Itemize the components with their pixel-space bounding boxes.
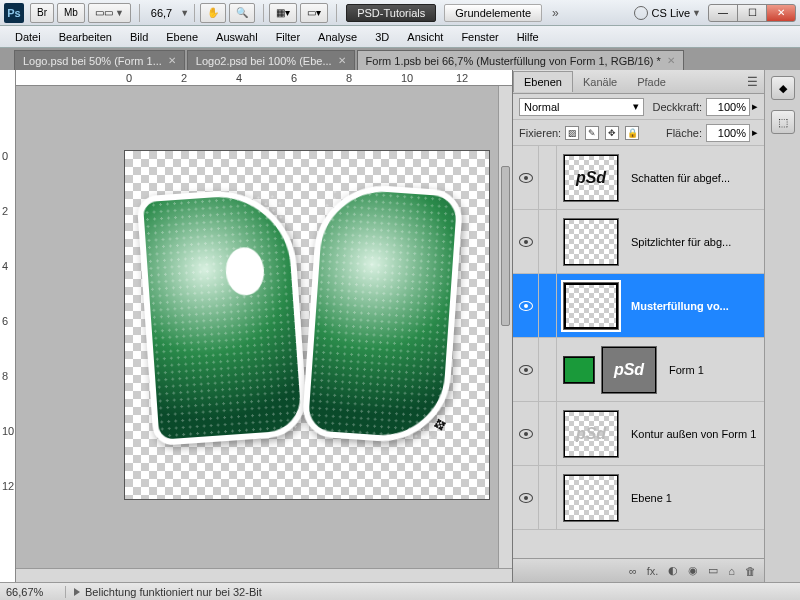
minimize-button[interactable]: — (708, 4, 738, 22)
lock-pixels-icon[interactable]: ✎ (585, 126, 599, 140)
layer-row[interactable]: pSd Form 1 (513, 338, 764, 402)
menu-hilfe[interactable]: Hilfe (508, 28, 548, 46)
visibility-toggle[interactable] (513, 466, 539, 529)
canvas[interactable]: ✥ (16, 86, 512, 582)
vertical-ruler[interactable]: 0 2 4 6 8 10 12 (0, 70, 16, 582)
layer-row[interactable]: Ebene 1 (513, 466, 764, 530)
mask-icon[interactable]: ◐ (668, 564, 678, 577)
window-controls: — ☐ ✕ (709, 4, 796, 22)
status-bar: 66,67% Belichtung funktioniert nur bei 3… (0, 582, 800, 600)
menu-ansicht[interactable]: Ansicht (398, 28, 452, 46)
hand-tool-button[interactable]: ✋ (200, 3, 226, 23)
zoom-tool-button[interactable]: 🔍 (229, 3, 255, 23)
layer-name[interactable]: Spitzlichter für abg... (625, 236, 731, 248)
document-tab-active[interactable]: Form 1.psb bei 66,7% (Musterfüllung von … (357, 50, 684, 70)
dock-icon-2[interactable]: ⬚ (771, 110, 795, 134)
visibility-toggle[interactable] (513, 210, 539, 273)
screenmode2-button[interactable]: ▭▾ (300, 3, 328, 23)
menu-bearbeiten[interactable]: Bearbeiten (50, 28, 121, 46)
new-layer-icon[interactable]: ⌂ (728, 565, 735, 577)
layer-row-selected[interactable]: Musterfüllung vo... (513, 274, 764, 338)
screen-mode-button[interactable]: ▭▭▼ (88, 3, 131, 23)
fill-field[interactable]: 100% (706, 124, 750, 142)
layers-list: pSd Schatten für abgef... Spitzlichter f… (513, 146, 764, 558)
workspace-grundelemente[interactable]: Grundelemente (444, 4, 542, 22)
layer-name[interactable]: Ebene 1 (625, 492, 672, 504)
visibility-toggle[interactable] (513, 338, 539, 401)
lock-all-icon[interactable]: 🔒 (625, 126, 639, 140)
tab-title: Logo2.psd bei 100% (Ebe... (196, 55, 332, 67)
menu-ebene[interactable]: Ebene (157, 28, 207, 46)
opacity-field[interactable]: 100% (706, 98, 750, 116)
layer-row[interactable]: pSd Schatten für abgef... (513, 146, 764, 210)
layer-row[interactable]: pSd Kontur außen von Form 1 (513, 402, 764, 466)
link-layers-icon[interactable]: ∞ (629, 565, 637, 577)
blend-mode-select[interactable]: Normal▾ (519, 98, 644, 116)
layer-row[interactable]: Spitzlichter für abg... (513, 210, 764, 274)
close-tab-icon[interactable]: ✕ (338, 55, 346, 66)
fx-icon[interactable]: fx. (647, 565, 659, 577)
vertical-scrollbar[interactable] (498, 86, 512, 582)
group-icon[interactable]: ▭ (708, 564, 718, 577)
zoom-value[interactable]: 66,7 (145, 7, 178, 19)
eye-icon (519, 301, 533, 311)
maximize-button[interactable]: ☐ (737, 4, 767, 22)
delete-layer-icon[interactable]: 🗑 (745, 565, 756, 577)
document-tab[interactable]: Logo.psd bei 50% (Form 1...✕ (14, 50, 185, 70)
lock-transparency-icon[interactable]: ▨ (565, 126, 579, 140)
panel-tab-kanaele[interactable]: Kanäle (573, 72, 627, 92)
visibility-toggle[interactable] (513, 402, 539, 465)
horizontal-ruler[interactable]: 0 2 4 6 8 10 12 (16, 70, 512, 86)
layer-thumbnail[interactable] (563, 282, 619, 330)
scrollbar-thumb[interactable] (501, 166, 510, 326)
document-canvas[interactable]: ✥ (124, 150, 490, 500)
panel-menu-icon[interactable]: ☰ (747, 75, 758, 89)
document-tab-strip: Logo.psd bei 50% (Form 1...✕ Logo2.psd b… (0, 48, 800, 70)
cs-live-icon (634, 6, 648, 20)
layer-thumbnail[interactable]: pSd (563, 154, 619, 202)
menu-3d[interactable]: 3D (366, 28, 398, 46)
lock-position-icon[interactable]: ✥ (605, 126, 619, 140)
menu-datei[interactable]: Datei (6, 28, 50, 46)
menu-analyse[interactable]: Analyse (309, 28, 366, 46)
cs-live[interactable]: CS Live▼ (634, 6, 701, 20)
eye-icon (519, 173, 533, 183)
status-info[interactable]: Belichtung funktioniert nur bei 32-Bit (66, 586, 262, 598)
workspace-psd-tutorials[interactable]: PSD-Tutorials (346, 4, 436, 22)
panel-tab-bar: Ebenen Kanäle Pfade ☰ (513, 70, 764, 94)
fill-thumbnail[interactable] (563, 356, 595, 384)
menu-bild[interactable]: Bild (121, 28, 157, 46)
status-zoom[interactable]: 66,67% (6, 586, 66, 598)
fill-label: Fläche: (666, 127, 702, 139)
visibility-toggle[interactable] (513, 146, 539, 209)
adjustment-icon[interactable]: ◉ (688, 564, 698, 577)
arrange-button[interactable]: ▦▾ (269, 3, 297, 23)
minibridge-button[interactable]: Mb (57, 3, 85, 23)
menu-auswahl[interactable]: Auswahl (207, 28, 267, 46)
menu-fenster[interactable]: Fenster (452, 28, 507, 46)
layer-thumbnail[interactable]: pSd (563, 410, 619, 458)
close-button[interactable]: ✕ (766, 4, 796, 22)
layer-name[interactable]: Musterfüllung vo... (625, 300, 729, 312)
layer-name[interactable]: Kontur außen von Form 1 (625, 428, 756, 440)
menu-filter[interactable]: Filter (267, 28, 309, 46)
layer-thumbnail[interactable] (563, 218, 619, 266)
dock-icon-1[interactable]: ◆ (771, 76, 795, 100)
layer-name[interactable]: Schatten für abgef... (625, 172, 730, 184)
tab-title: Logo.psd bei 50% (Form 1... (23, 55, 162, 67)
bridge-button[interactable]: Br (30, 3, 54, 23)
layer-thumbnail[interactable]: pSd (601, 346, 657, 394)
document-tab[interactable]: Logo2.psd bei 100% (Ebe...✕ (187, 50, 355, 70)
panel-tab-ebenen[interactable]: Ebenen (513, 71, 573, 92)
letter-p-shape (136, 186, 308, 446)
letter-s-shape (301, 181, 463, 445)
layer-thumbnail[interactable] (563, 474, 619, 522)
layer-name[interactable]: Form 1 (663, 364, 704, 376)
close-tab-icon[interactable]: ✕ (168, 55, 176, 66)
panel-tab-pfade[interactable]: Pfade (627, 72, 676, 92)
eye-icon (519, 365, 533, 375)
horizontal-scrollbar[interactable] (16, 568, 512, 582)
visibility-toggle[interactable] (513, 274, 539, 337)
close-tab-icon[interactable]: ✕ (667, 55, 675, 66)
workspace-more-icon[interactable]: » (552, 6, 559, 20)
